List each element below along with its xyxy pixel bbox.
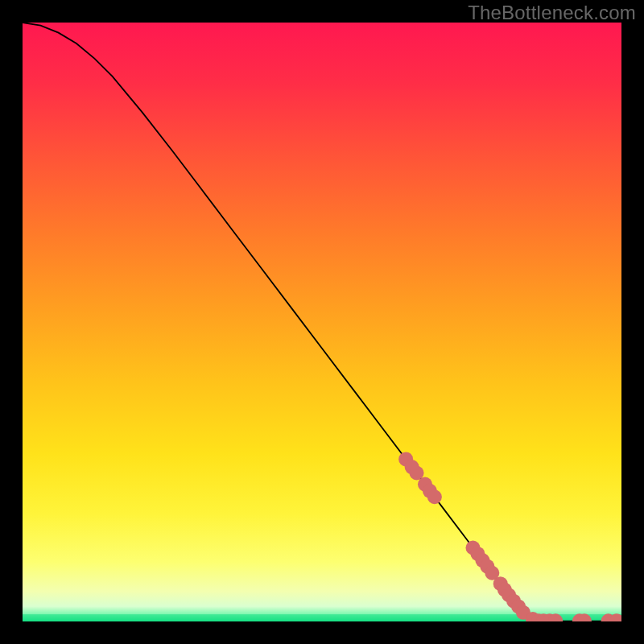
gradient-background <box>23 23 621 621</box>
plot-frame <box>23 23 621 621</box>
chart-outer: TheBottleneck.com <box>0 0 644 644</box>
chart-svg <box>23 23 621 621</box>
data-point <box>427 489 442 504</box>
watermark-text: TheBottleneck.com <box>468 2 636 24</box>
